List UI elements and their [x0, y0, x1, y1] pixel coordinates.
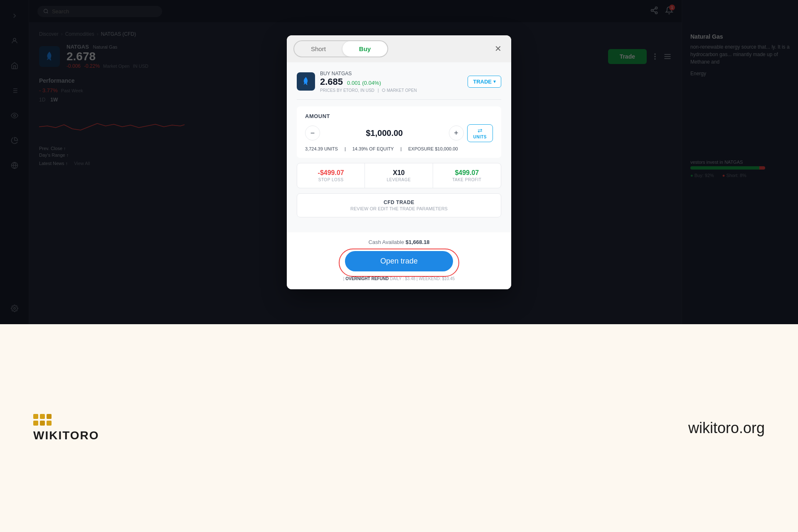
- trade-type-arrow: ▾: [493, 79, 496, 84]
- amount-decrease-button[interactable]: −: [305, 126, 320, 140]
- exposure: EXPOSURE $10,000.00: [408, 146, 458, 151]
- equity-pct: 14.39% OF EQUITY: [352, 146, 394, 151]
- wikitoro-footer: WIKITORO wikitoro.org: [0, 324, 798, 532]
- logo-dot-6: [47, 421, 52, 426]
- open-trade-wrapper: Open trade: [297, 251, 501, 271]
- units-arrows-icon: ⇄: [478, 127, 483, 134]
- take-profit-cell[interactable]: $499.07 TAKE PROFIT: [433, 163, 501, 188]
- amount-section: AMOUNT − + ⇄ UNITS 3,724.39 UNITS | 14.3…: [297, 106, 501, 158]
- modal-asset-details: BUY NATGAS 2.685 0.001 (0.04%) PRICES BY…: [320, 71, 417, 93]
- leverage-label: LEVERAGE: [372, 177, 426, 182]
- tab-container: Short Buy: [293, 40, 388, 57]
- amount-meta: 3,724.39 UNITS | 14.39% OF EQUITY | EXPO…: [305, 146, 493, 151]
- modal-price-change: 0.001 (0.04%): [347, 80, 381, 86]
- tab-buy[interactable]: Buy: [342, 41, 387, 57]
- cfd-title: CFD TRADE: [304, 200, 494, 205]
- units-count: 3,724.39 UNITS: [305, 146, 338, 151]
- logo-dot-5: [40, 421, 45, 426]
- open-trade-button[interactable]: Open trade: [345, 251, 453, 271]
- tab-short[interactable]: Short: [294, 41, 342, 57]
- market-open-badge: MARKET OPEN: [382, 88, 417, 93]
- stop-loss-cell[interactable]: -$499.07 STOP LOSS: [297, 163, 365, 188]
- leverage-value: X10: [372, 169, 426, 177]
- cfd-sub: REVIEW OR EDIT THE TRADE PARAMETERS: [304, 206, 494, 211]
- modal-divider: [297, 99, 501, 100]
- trade-params: -$499.07 STOP LOSS X10 LEVERAGE $499.07 …: [297, 163, 501, 188]
- cfd-section[interactable]: CFD TRADE REVIEW OR EDIT THE TRADE PARAM…: [297, 193, 501, 217]
- units-label: UNITS: [473, 135, 487, 139]
- logo-dot-3: [47, 414, 52, 419]
- units-toggle-button[interactable]: ⇄ UNITS: [467, 124, 493, 142]
- modal-tab-bar: Short Buy ✕: [287, 35, 511, 62]
- modal-natgas-icon: [300, 76, 311, 87]
- amount-controls: − + ⇄ UNITS: [305, 124, 493, 142]
- stop-loss-value: -$499.07: [304, 169, 358, 177]
- wikitoro-name: WIKITORO: [33, 429, 99, 442]
- take-profit-value: $499.07: [440, 169, 494, 177]
- modal-close-button[interactable]: ✕: [491, 42, 505, 55]
- amount-label: AMOUNT: [305, 113, 493, 119]
- leverage-cell[interactable]: X10 LEVERAGE: [365, 163, 433, 188]
- logo-dot-4: [33, 421, 38, 426]
- wikitoro-logo: WIKITORO: [33, 414, 99, 442]
- trade-modal: Short Buy ✕ BUY NATGAS 2.685 0.001 (0.04…: [287, 35, 511, 289]
- stop-loss-label: STOP LOSS: [304, 177, 358, 182]
- take-profit-label: TAKE PROFIT: [440, 177, 494, 182]
- modal-body: BUY NATGAS 2.685 0.001 (0.04%) PRICES BY…: [287, 62, 511, 232]
- cash-available: Cash Available $1,668.18: [297, 239, 501, 245]
- modal-price-meta: PRICES BY ETORO, IN USD | MARKET OPEN: [320, 88, 417, 93]
- logo-dot-2: [40, 414, 45, 419]
- modal-price: 2.685: [320, 76, 343, 87]
- logo-dot-1: [33, 414, 38, 419]
- modal-buy-label: BUY NATGAS: [320, 71, 417, 76]
- amount-increase-button[interactable]: +: [449, 126, 464, 140]
- modal-overlay: Short Buy ✕ BUY NATGAS 2.685 0.001 (0.04…: [0, 0, 798, 324]
- wikitoro-url: wikitoro.org: [688, 419, 765, 437]
- modal-asset-icon: [297, 72, 315, 91]
- wikitoro-icon: [33, 414, 54, 426]
- trade-type-label: TRADE: [473, 79, 492, 85]
- amount-input[interactable]: [323, 128, 446, 138]
- modal-asset-row: BUY NATGAS 2.685 0.001 (0.04%) PRICES BY…: [297, 71, 501, 93]
- overnight-refund: | OVERNIGHT REFUND DAILY : $3.48 | WEEKE…: [297, 276, 501, 281]
- trade-type-selector[interactable]: TRADE ▾: [468, 76, 501, 88]
- modal-bottom: Cash Available $1,668.18 Open trade | OV…: [287, 232, 511, 289]
